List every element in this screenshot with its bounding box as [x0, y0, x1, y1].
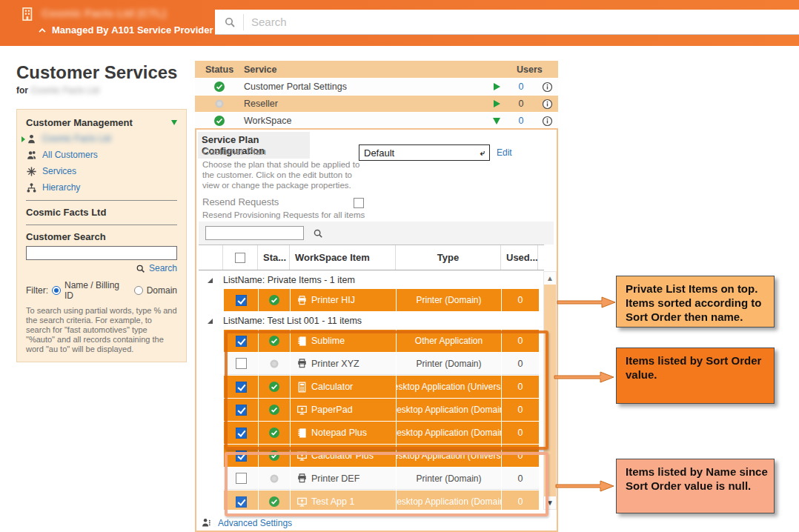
resend-requests-checkbox[interactable]: [354, 198, 364, 208]
item-checkbox[interactable]: [236, 336, 247, 347]
advanced-settings-link[interactable]: Advanced Settings: [218, 518, 292, 528]
app-root: Cosmic Facts Ltd (CTL) Managed By A101 S…: [0, 0, 799, 532]
workspace-item-row[interactable]: Printer HIJ Printer (Domain) 0: [199, 289, 540, 311]
radio-domain[interactable]: [134, 286, 143, 295]
item-type: Other Application: [415, 336, 483, 346]
workspace-item-row[interactable]: Notepad Plus Desktop Application (Domain…: [199, 422, 540, 444]
expand-arrow-icon[interactable]: [487, 100, 506, 107]
list-group-label: ListName: Private Items - 1 item: [223, 275, 355, 285]
group-collapse-icon[interactable]: [208, 319, 213, 324]
workspace-item-row[interactable]: Sublime Other Application 0: [199, 330, 540, 352]
managed-by-line[interactable]: Managed By A101 Service Provider: [37, 24, 213, 36]
info-icon[interactable]: [536, 99, 558, 110]
item-used-count: 0: [502, 422, 539, 444]
global-search-box[interactable]: [215, 10, 799, 35]
group-collapse-icon[interactable]: [208, 278, 213, 283]
item-name: Calculator Plus: [311, 450, 374, 461]
items-table-header: Sta... WorkSpace Item Type Used...: [199, 245, 544, 270]
service-row[interactable]: Customer Portal Settings 0: [195, 78, 558, 95]
item-checkbox-cell[interactable]: [224, 422, 258, 444]
menu-item-label: Hierarchy: [42, 182, 80, 193]
item-checkbox[interactable]: [236, 295, 247, 306]
printer-icon: [296, 295, 308, 306]
sidebar-menu-item[interactable]: Cosmic Facts Ltd: [26, 133, 177, 144]
service-name: Customer Portal Settings: [244, 82, 487, 92]
item-checkbox-cell[interactable]: [224, 353, 258, 375]
item-type: Desktop Application (Domain): [397, 405, 501, 415]
notebook-icon: [296, 336, 308, 347]
items-table-body: ListName: Private Items - 1 item Printer…: [199, 271, 540, 510]
row-expand-cell: [199, 399, 223, 421]
select-all-checkbox[interactable]: [235, 253, 245, 263]
workspace-item-row[interactable]: Printer XYZ Printer (Domain) 0: [199, 353, 540, 375]
search-icon[interactable]: [313, 228, 323, 239]
service-row[interactable]: WorkSpace 0: [195, 112, 558, 129]
sidebar-menu-item[interactable]: All Customers: [26, 149, 177, 161]
filter-row: Filter: Name / Billing ID Domain: [26, 280, 177, 301]
customer-search-input[interactable]: [26, 246, 177, 260]
list-group-row[interactable]: ListName: Private Items - 1 item: [199, 271, 540, 289]
scroll-down-button[interactable]: ▼︎: [544, 496, 556, 509]
radio-name-billing-id[interactable]: [52, 286, 61, 295]
customer-search-button[interactable]: Search: [26, 263, 177, 273]
item-checkbox[interactable]: [236, 405, 247, 416]
hierarchy-icon: [26, 182, 37, 193]
item-checkbox-cell[interactable]: [224, 399, 258, 421]
workspace-item-row[interactable]: Printer DEF Printer (Domain) 0: [199, 468, 540, 490]
search-icon: [224, 16, 236, 28]
item-checkbox[interactable]: [236, 358, 247, 369]
item-type: Printer (Domain): [416, 295, 481, 305]
expand-arrow-icon[interactable]: [487, 83, 506, 90]
workspace-item-row[interactable]: Calculator Plus Desktop Application (Uni…: [199, 445, 540, 467]
select-all-cell: [223, 245, 258, 270]
scroll-up-button[interactable]: ▲︎: [544, 272, 556, 285]
items-scrollbar[interactable]: ▲︎ ▼︎: [543, 271, 557, 510]
page-subtitle: for Cosmic Facts Ltd: [16, 85, 99, 96]
item-checkbox[interactable]: [236, 473, 247, 484]
chevron-up-icon[interactable]: [37, 25, 47, 36]
edit-plan-link[interactable]: Edit: [497, 147, 512, 158]
info-icon[interactable]: [536, 116, 558, 127]
item-status-icon: [259, 353, 290, 375]
item-used-count: 0: [502, 353, 539, 375]
service-users-count[interactable]: 0: [506, 99, 536, 109]
item-checkbox-cell[interactable]: [224, 491, 258, 510]
customer-management-header[interactable]: Customer Management: [26, 117, 177, 128]
search-icon: [136, 264, 145, 273]
used-column-header: Used...: [501, 245, 538, 270]
item-checkbox-cell[interactable]: [224, 330, 258, 352]
info-icon[interactable]: [536, 82, 558, 93]
expand-column-header: [199, 245, 223, 270]
item-checkbox[interactable]: [236, 382, 247, 393]
item-checkbox[interactable]: [236, 428, 247, 439]
workspace-item-row[interactable]: Test App 1 Desktop Application (Domain) …: [199, 491, 540, 510]
items-search-strip: [199, 222, 554, 245]
service-row[interactable]: Reseller 0: [195, 95, 558, 112]
app-icon: [296, 450, 308, 462]
workspace-item-row[interactable]: PaperPad Desktop Application (Domain) 0: [199, 399, 540, 421]
collapse-triangle-icon[interactable]: [171, 120, 177, 125]
item-used-count: 0: [502, 289, 539, 311]
sidebar-menu-item[interactable]: Services: [26, 165, 177, 177]
item-checkbox-cell[interactable]: [224, 376, 258, 398]
app-header: Cosmic Facts Ltd (CTL) Managed By A101 S…: [0, 0, 799, 46]
customer-plan-select[interactable]: Default ⤶︎: [359, 144, 490, 161]
global-search-input[interactable]: [244, 16, 799, 28]
app-icon: [296, 496, 308, 508]
item-checkbox-cell[interactable]: [224, 445, 258, 467]
sidebar-menu-item[interactable]: Hierarchy: [26, 182, 177, 193]
list-group-row[interactable]: ListName: Test List 001 - 11 items: [199, 312, 540, 330]
items-filter-input[interactable]: [205, 226, 304, 240]
sidebar-company-heading: Cosmic Facts Ltd: [26, 207, 177, 218]
item-checkbox-cell[interactable]: [224, 289, 258, 311]
item-checkbox[interactable]: [236, 450, 247, 462]
scrollbar-spacer: [538, 245, 544, 270]
advanced-settings-row[interactable]: Advanced Settings: [201, 517, 292, 528]
expand-arrow-icon[interactable]: [487, 118, 506, 124]
item-status-icon: [259, 289, 290, 311]
workspace-item-row[interactable]: Calculator Desktop Application (Universa…: [199, 376, 540, 398]
service-users-count[interactable]: 0: [506, 82, 536, 92]
service-users-count[interactable]: 0: [506, 116, 536, 126]
item-checkbox[interactable]: [236, 496, 247, 508]
item-checkbox-cell[interactable]: [224, 468, 258, 490]
